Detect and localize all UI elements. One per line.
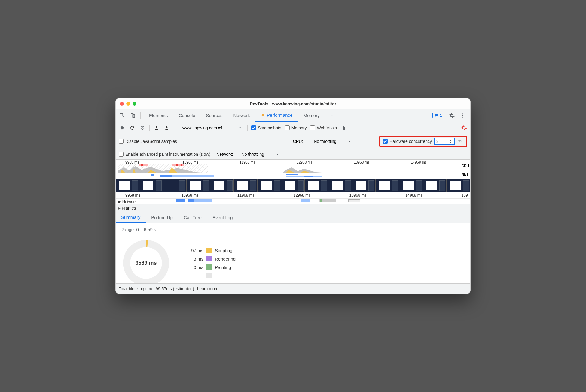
swatch-rendering xyxy=(206,256,212,261)
net-overview-chart xyxy=(118,174,448,177)
swatch-painting xyxy=(206,264,212,270)
stepper-icon[interactable]: ▲▼ xyxy=(450,138,454,144)
reload-icon[interactable] xyxy=(129,125,136,131)
network-track-cut[interactable]: ▶ Network xyxy=(116,199,470,204)
divider xyxy=(149,125,150,131)
subtab-eventlog[interactable]: Event Log xyxy=(207,212,238,223)
paint-instrumentation-checkbox[interactable]: Enable advanced paint instrumentation (s… xyxy=(119,152,210,157)
undo-icon[interactable] xyxy=(457,138,464,145)
detail-ticks: 9968 ms 10968 ms 11968 ms 12968 ms 13968… xyxy=(116,192,470,199)
swatch-scripting xyxy=(206,248,212,253)
svg-point-7 xyxy=(462,116,463,117)
filmstrip-thumb[interactable] xyxy=(352,179,376,192)
subtab-summary[interactable]: Summary xyxy=(116,212,146,223)
cpu-label: CPU: xyxy=(293,139,303,144)
settings-icon[interactable] xyxy=(449,112,455,119)
learn-more-link[interactable]: Learn more xyxy=(197,286,219,291)
filmstrip-thumb[interactable] xyxy=(116,179,139,192)
messages-badge[interactable]: 1 xyxy=(432,113,444,118)
network-throttling-select[interactable]: No throttling xyxy=(239,151,281,158)
legend-rendering: 3 ms Rendering xyxy=(184,256,236,261)
screenshots-checkbox[interactable]: Screenshots xyxy=(251,125,281,130)
svg-rect-19 xyxy=(160,175,172,177)
trash-icon[interactable] xyxy=(340,125,347,131)
summary-legend: 97 ms Scripting 3 ms Rendering 0 ms Pain… xyxy=(184,248,236,278)
legend-scripting: 97 ms Scripting xyxy=(184,248,236,253)
divider xyxy=(247,125,248,131)
legend-painting: 0 ms Painting xyxy=(184,264,236,270)
svg-rect-17 xyxy=(151,174,154,176)
download-icon[interactable] xyxy=(163,125,170,131)
device-toggle-icon[interactable] xyxy=(130,112,136,119)
cpu-overview-chart xyxy=(118,164,448,173)
filmstrip-thumb[interactable] xyxy=(139,179,163,192)
summary-panel: Range: 0 – 6.59 s 6589 ms 97 ms Scriptin… xyxy=(116,223,470,283)
filmstrip-thumb[interactable] xyxy=(376,179,399,192)
svg-point-6 xyxy=(462,115,463,116)
svg-point-5 xyxy=(462,113,463,114)
overview-labels: CPU NET xyxy=(462,164,469,176)
performance-toolbar: www.kapwing.com #1 Screenshots Memory We… xyxy=(116,122,470,134)
tab-performance[interactable]: Performance xyxy=(255,109,298,122)
hardware-concurrency-checkbox[interactable]: Hardware concurrency xyxy=(383,139,432,144)
capture-settings-row-2: Enable advanced paint instrumentation (s… xyxy=(116,149,470,160)
filmstrip-thumb[interactable] xyxy=(234,179,258,192)
titlebar: DevTools - www.kapwing.com/studio/editor xyxy=(116,98,470,109)
filmstrip-thumb[interactable] xyxy=(423,179,447,192)
devtools-window: DevTools - www.kapwing.com/studio/editor… xyxy=(115,98,471,294)
filmstrip-thumb[interactable] xyxy=(163,179,187,192)
svg-rect-16 xyxy=(181,164,182,166)
hardware-concurrency-highlight: Hardware concurrency 3 ▲▼ xyxy=(379,136,467,147)
tab-memory[interactable]: Memory xyxy=(298,109,325,122)
hardware-concurrency-input[interactable]: 3 ▲▼ xyxy=(434,138,455,145)
frames-track[interactable]: ▶Frames xyxy=(116,204,470,212)
memory-checkbox[interactable]: Memory xyxy=(285,125,307,130)
tab-console[interactable]: Console xyxy=(173,109,201,122)
kebab-icon[interactable] xyxy=(459,112,466,119)
svg-rect-1 xyxy=(131,113,133,117)
filmstrip-thumb[interactable] xyxy=(281,179,305,192)
svg-rect-11 xyxy=(118,164,208,173)
webvitals-checkbox[interactable]: Web Vitals xyxy=(310,125,337,130)
footer-bar: Total blocking time: 99.57ms (estimated)… xyxy=(116,283,470,294)
filmstrip-thumb[interactable] xyxy=(187,179,210,192)
svg-rect-12 xyxy=(139,164,148,166)
inspect-icon[interactable] xyxy=(119,112,125,119)
record-icon[interactable] xyxy=(119,125,125,131)
svg-rect-3 xyxy=(263,114,263,116)
more-tabs[interactable]: » xyxy=(325,109,338,122)
subtab-calltree[interactable]: Call Tree xyxy=(178,212,207,223)
clear-icon[interactable] xyxy=(139,125,146,131)
divider xyxy=(140,112,141,119)
swatch-system xyxy=(206,273,212,278)
capture-settings-row-1: Disable JavaScript samples CPU: No throt… xyxy=(116,134,470,149)
overview-timeline[interactable]: 9968 ms 10968 ms 11968 ms 12968 ms 13968… xyxy=(116,160,470,179)
target-select[interactable]: www.kapwing.com #1 xyxy=(178,125,244,131)
svg-rect-22 xyxy=(304,176,313,177)
tab-elements[interactable]: Elements xyxy=(144,109,173,122)
filmstrip-thumb[interactable] xyxy=(305,179,328,192)
screenshots-filmstrip[interactable] xyxy=(116,179,470,192)
range-text: Range: 0 – 6.59 s xyxy=(121,227,465,232)
network-label: Network: xyxy=(216,152,233,157)
filmstrip-thumb[interactable] xyxy=(210,179,234,192)
svg-point-8 xyxy=(121,126,124,129)
tab-sources[interactable]: Sources xyxy=(201,109,228,122)
filmstrip-thumb[interactable] xyxy=(258,179,281,192)
filmstrip-thumb[interactable] xyxy=(399,179,423,192)
flame-chart-area[interactable]: 9968 ms 10968 ms 11968 ms 12968 ms 13968… xyxy=(116,192,470,204)
disable-js-samples-checkbox[interactable]: Disable JavaScript samples xyxy=(119,139,177,144)
filmstrip-thumb[interactable] xyxy=(447,179,470,192)
tab-network[interactable]: Network xyxy=(228,109,255,122)
svg-rect-13 xyxy=(141,164,143,166)
upload-icon[interactable] xyxy=(153,125,160,131)
cpu-throttling-select[interactable]: No throttling xyxy=(311,138,353,145)
capture-settings-icon[interactable] xyxy=(461,125,467,131)
legend-system-cut xyxy=(184,273,236,278)
details-subtabs: Summary Bottom-Up Call Tree Event Log xyxy=(116,212,470,223)
subtab-bottomup[interactable]: Bottom-Up xyxy=(146,212,178,223)
filmstrip-thumb[interactable] xyxy=(328,179,352,192)
main-tabs: Elements Console Sources Network Perform… xyxy=(116,109,470,122)
window-title: DevTools - www.kapwing.com/studio/editor xyxy=(116,101,470,106)
warning-icon xyxy=(261,113,265,117)
